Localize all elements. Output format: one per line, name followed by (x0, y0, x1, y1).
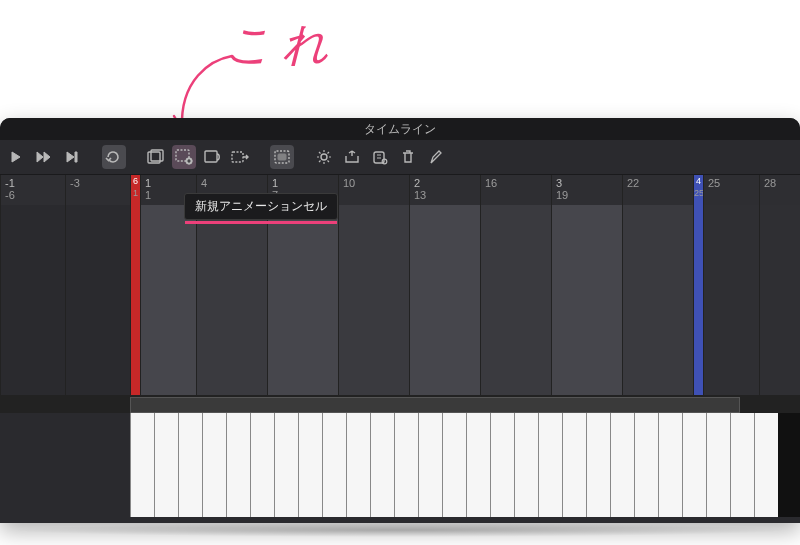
svg-rect-5 (232, 152, 243, 162)
loop-button[interactable] (102, 145, 126, 169)
timeline-toolbar (0, 140, 800, 175)
timeline-window: タイムライン (0, 118, 800, 523)
ruler-cell: 319 (551, 175, 622, 205)
ruler-cell: 213 (409, 175, 480, 205)
play-forward-button[interactable] (32, 145, 56, 169)
ruler-cell: 28 (759, 175, 800, 205)
ruler-pre-cell: -1-6 (0, 175, 65, 205)
ruler-pre-cell: -3 (65, 175, 130, 205)
tooltip-new-animation-cel: 新規アニメーションセル (184, 193, 338, 220)
new-animation-cel-button[interactable] (172, 145, 196, 169)
drop-shadow (9, 523, 791, 537)
svg-rect-4 (205, 151, 217, 162)
svg-point-8 (321, 154, 327, 160)
clip-bar-track[interactable] (0, 395, 800, 413)
ruler-playhead-marker[interactable]: 61 (130, 175, 140, 205)
onion-skin-button[interactable] (270, 145, 294, 169)
pen-button[interactable] (424, 145, 448, 169)
ruler-cell: 25 (703, 175, 759, 205)
timeline-ruler[interactable]: -1-6 -3 61 11 4 17 10 213 (0, 175, 800, 205)
light-table-button[interactable] (312, 145, 336, 169)
end-line[interactable] (693, 205, 703, 395)
svg-rect-7 (278, 154, 286, 160)
trash-button[interactable] (396, 145, 420, 169)
timeline-tracks[interactable] (0, 205, 800, 395)
handwritten-annotation: これ (225, 14, 339, 76)
cel-duplicate-button[interactable] (200, 145, 224, 169)
window-title: タイムライン (0, 118, 800, 140)
ruler-cell: 22 (622, 175, 693, 205)
clip-settings-button[interactable] (368, 145, 392, 169)
ruler-end-marker[interactable]: 425 (693, 175, 703, 205)
folder-button[interactable] (340, 145, 364, 169)
cel-copy-button[interactable] (228, 145, 252, 169)
cel-track[interactable] (0, 413, 800, 517)
playhead-line[interactable] (130, 205, 140, 395)
skip-end-button[interactable] (60, 145, 84, 169)
ruler-cell: 10 (338, 175, 409, 205)
ruler-cell: 16 (480, 175, 551, 205)
cel-previous-button[interactable] (144, 145, 168, 169)
play-button[interactable] (4, 145, 28, 169)
